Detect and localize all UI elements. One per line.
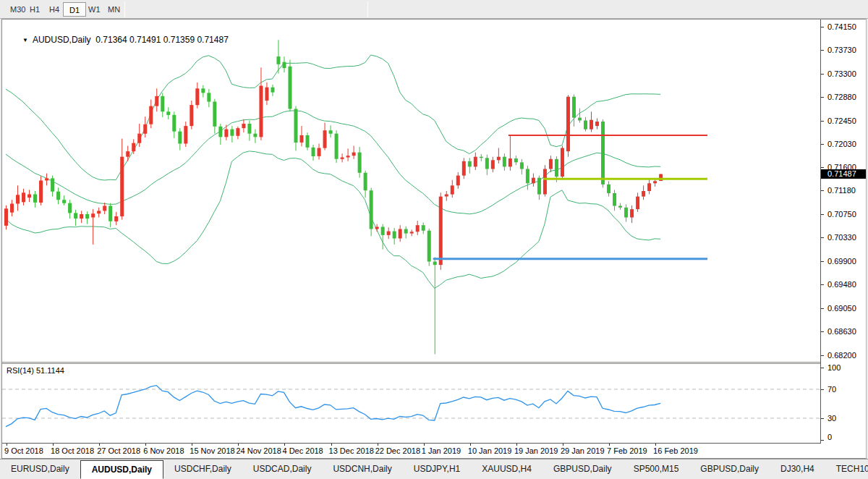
candle-body	[306, 135, 310, 148]
candle-body	[416, 225, 420, 232]
rsi-axis-tick	[821, 418, 824, 419]
candle-body	[410, 232, 414, 233]
candle-body	[329, 130, 333, 134]
price-axis-label: 0.74150	[827, 22, 856, 31]
candle-body	[636, 197, 639, 210]
candle-body	[190, 105, 193, 126]
candle-body	[399, 229, 402, 239]
date-axis-tick	[284, 444, 285, 446]
symbol-tab-dj30[interactable]: DJ30,H4	[770, 459, 825, 479]
candle-body	[653, 181, 657, 183]
candle-body	[27, 195, 31, 198]
price-axis-label: 0.72030	[827, 140, 856, 148]
candle-body	[318, 148, 321, 156]
rsi-indicator-pane[interactable]: RSI(14) 51.1144	[2, 364, 820, 443]
rsi-line	[6, 386, 660, 427]
toolbar-separator	[367, 1, 368, 17]
price-axis-label: 0.69900	[827, 257, 856, 266]
candle-body	[439, 197, 443, 266]
candle-body	[526, 169, 529, 184]
candle-body	[62, 200, 66, 203]
symbol-tab-gbpusd[interactable]: GBPUSD,Daily	[542, 459, 623, 479]
candle-body	[97, 211, 101, 213]
candle-body	[364, 173, 367, 190]
candle-body	[276, 56, 280, 64]
price-chart-pane[interactable]: ▼AUDUSD,Daily 0.71364 0.71491 0.71359 0.…	[2, 20, 820, 362]
price-axis-tick	[821, 261, 824, 262]
price-axis-tick	[821, 50, 824, 51]
price-axis-tick	[821, 284, 824, 285]
candle-body	[572, 97, 576, 118]
candle-body	[537, 178, 541, 195]
date-axis-label: 9 Oct 2018	[4, 446, 43, 455]
date-axis-tick	[378, 444, 378, 446]
candlestick-chart[interactable]	[2, 20, 820, 362]
price-axis-label: 0.72450	[827, 116, 856, 125]
candle-body	[80, 214, 83, 219]
candle-body	[618, 206, 622, 208]
candle-body	[352, 153, 356, 156]
chart-symbol-label: AUDUSD,Daily	[33, 35, 91, 45]
price-axis-tick	[821, 167, 824, 168]
candle-body	[10, 204, 14, 213]
symbol-tab-audusd[interactable]: AUDUSD,Daily	[80, 460, 163, 479]
symbol-tab-xauusd[interactable]: XAUUSD,H4	[471, 459, 542, 479]
price-axis-tick	[821, 97, 824, 98]
candle-body	[514, 158, 518, 162]
date-axis-label: 29 Jan 2019	[561, 446, 605, 455]
toolbar-separator	[124, 1, 125, 17]
date-axis-tick	[609, 444, 610, 446]
symbol-tab-usdcad[interactable]: USDCAD,Daily	[242, 459, 323, 479]
candle-body	[259, 86, 263, 137]
candle-body	[103, 206, 106, 211]
candle-body	[584, 121, 587, 130]
candle-body	[532, 178, 535, 184]
date-axis-tick	[145, 444, 146, 446]
rsi-axis-tick	[821, 389, 824, 390]
candle-body	[114, 216, 118, 221]
candle-body	[578, 118, 582, 121]
candle-body	[468, 161, 472, 167]
price-axis-tick	[821, 27, 824, 27]
rsi-axis-tick	[821, 368, 824, 368]
rsi-chart[interactable]	[2, 364, 820, 443]
date-axis-tick	[516, 444, 517, 446]
symbol-tab-usdchf[interactable]: USDCHF,Daily	[163, 459, 242, 479]
candle-body	[271, 88, 274, 93]
candle-body	[213, 102, 216, 127]
date-axis-label: 1 Jan 2019	[422, 446, 461, 455]
price-axis-label: 0.71180	[827, 186, 856, 195]
timeframe-tab-h4[interactable]: H4	[43, 2, 65, 17]
chevron-down-icon[interactable]: ▼	[22, 37, 28, 43]
timeframe-tab-h1[interactable]: H1	[24, 2, 46, 17]
candle-body	[422, 225, 425, 231]
symbol-tab-eurusd[interactable]: EURUSD,Daily	[0, 459, 80, 479]
candle-body	[247, 124, 251, 134]
symbol-tab-usdjpy[interactable]: USDJPY,H1	[403, 459, 471, 479]
candle-body	[590, 120, 593, 130]
candle-body	[207, 93, 210, 101]
symbol-tab-usdcnh[interactable]: USDCNH,Daily	[322, 459, 402, 479]
timeframe-tab-mn[interactable]: MN	[102, 2, 126, 17]
candle-body	[300, 135, 304, 143]
candle-body	[346, 156, 350, 157]
price-axis-tick	[821, 355, 824, 356]
candle-body	[509, 158, 512, 166]
rsi-indicator-label: RSI(14) 51.1144	[7, 366, 64, 375]
symbol-tab-gbpusd-2[interactable]: GBPUSD,Daily	[689, 459, 770, 479]
date-axis-label: 16 Feb 2019	[653, 446, 698, 455]
candle-body	[566, 97, 570, 151]
price-axis-tick	[821, 331, 824, 332]
date-axis-tick	[331, 444, 332, 446]
candle-body	[184, 126, 187, 143]
candle-body	[607, 185, 610, 193]
candle-body	[480, 157, 483, 158]
candle-body	[172, 115, 176, 132]
candle-body	[51, 178, 54, 191]
candle-body	[178, 132, 182, 144]
candle-body	[642, 191, 645, 197]
price-axis-label: 0.70750	[827, 210, 856, 219]
symbol-tab-bar: EURUSD,DailyAUDUSD,DailyUSDCHF,DailyUSDC…	[0, 459, 868, 479]
symbol-tab-tech100[interactable]: TECH100,H1	[825, 459, 868, 479]
symbol-tab-sp500[interactable]: SP500,M15	[623, 459, 690, 479]
